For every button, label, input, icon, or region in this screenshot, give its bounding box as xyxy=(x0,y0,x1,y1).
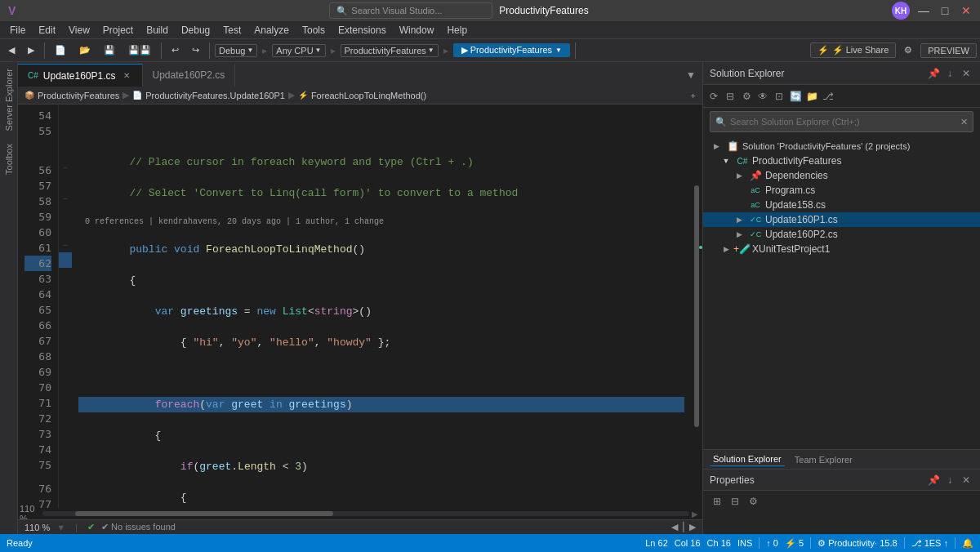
status-productivity[interactable]: ⚙ Productivity· 15.8 xyxy=(817,538,897,549)
breadcrumb-add-button[interactable]: + xyxy=(691,91,696,100)
toolbar-forward-button[interactable]: ▶ xyxy=(23,43,39,57)
liveshare-button[interactable]: ⚡ ⚡ Live Share xyxy=(810,42,897,58)
code-line: { "hi", "yo", "hello", "howdy" }; xyxy=(78,335,684,350)
platform-dropdown[interactable]: Any CPU ▼ xyxy=(272,44,325,57)
expand-icon-update158[interactable] xyxy=(733,198,746,211)
toolbar-new-button[interactable]: 📄 xyxy=(50,43,71,57)
expand-icon-project[interactable]: ▼ xyxy=(719,154,733,167)
close-button[interactable]: ✕ xyxy=(959,3,973,18)
toolbar-save-all-button[interactable]: 💾💾 xyxy=(123,43,156,57)
menu-help[interactable]: Help xyxy=(440,23,474,38)
run-button[interactable]: ▶ ProductivityFeatures ▼ xyxy=(453,43,570,57)
status-branch[interactable]: ⎇ 1ES ↑ xyxy=(911,538,948,549)
solution-search-clear[interactable]: ✕ xyxy=(960,117,968,127)
se-git-button[interactable]: ⎇ xyxy=(821,89,835,104)
tree-item-update160p1[interactable]: ▶ ✓C Update160P1.cs xyxy=(703,212,980,227)
prop-toolbar-btn-2[interactable]: ⊟ xyxy=(728,494,742,509)
tree-item-update160p2[interactable]: ▶ ✓C Update160P2.cs xyxy=(703,227,980,242)
toolbar-extra-button[interactable]: ⚙ xyxy=(899,43,917,57)
expand-icon-xunit[interactable]: ▶ xyxy=(719,243,733,256)
expand-icon-update160p1[interactable]: ▶ xyxy=(733,213,746,226)
toolbox-tab[interactable]: Toolbox xyxy=(2,137,16,181)
expand-icon-program[interactable] xyxy=(733,184,746,197)
tab-update160p1[interactable]: C# Update160P1.cs ✕ xyxy=(18,64,143,87)
restore-button[interactable]: □ xyxy=(938,3,952,18)
menu-analyze[interactable]: Analyze xyxy=(247,23,296,38)
scrollbar-track[interactable] xyxy=(691,105,702,508)
zoom-dropdown[interactable]: ▼ xyxy=(56,523,65,532)
tabs-dropdown-button[interactable]: ▼ xyxy=(679,64,702,87)
code-editor[interactable]: // Place cursor in foreach keyword and t… xyxy=(72,105,691,508)
expand-icon[interactable]: ▶ xyxy=(710,140,723,153)
h-scroll-thumb[interactable] xyxy=(75,511,334,516)
tree-item-program[interactable]: aC Program.cs xyxy=(703,183,980,198)
tree-item-update158[interactable]: aC Update158.cs xyxy=(703,198,980,212)
status-bar: Ready Ln 62 Col 16 Ch 16 INS ↑ 0 ⚡ 5 ⚙ P… xyxy=(0,534,980,552)
tab-update160p2[interactable]: Update160P2.cs xyxy=(143,64,236,87)
prop-close-button[interactable]: ✕ xyxy=(959,473,973,487)
zoom-indicator[interactable]: 110 % xyxy=(24,523,50,532)
menu-extensions[interactable]: Extensions xyxy=(332,23,393,38)
menu-edit[interactable]: Edit xyxy=(32,23,62,38)
tab-solution-explorer[interactable]: Solution Explorer xyxy=(710,452,785,466)
breadcrumb-file[interactable]: ProductivityFeatures.Update160P1 xyxy=(145,91,285,100)
prop-pin-button[interactable]: 📌 xyxy=(926,473,941,487)
se-refresh-button[interactable]: 🔄 xyxy=(788,89,803,104)
tree-item-solution[interactable]: ▶ 📋 Solution 'ProductivityFeatures' (2 p… xyxy=(703,139,980,154)
config-dropdown[interactable]: Debug ▼ xyxy=(215,44,257,57)
status-bell[interactable]: 🔔 xyxy=(962,538,973,549)
project-dropdown[interactable]: ProductivityFeatures ▼ xyxy=(341,44,439,57)
server-explorer-tab[interactable]: Server Explorer xyxy=(2,62,16,137)
h-scroll-track[interactable] xyxy=(42,511,689,516)
se-filter-button[interactable]: ⊡ xyxy=(772,89,786,104)
se-preview-button[interactable]: 👁 xyxy=(755,89,770,104)
se-show-all-button[interactable]: 📁 xyxy=(804,89,819,104)
menu-test[interactable]: Test xyxy=(216,23,247,38)
solution-search-box[interactable]: 🔍 ✕ xyxy=(710,111,973,132)
prop-toolbar-btn-1[interactable]: ⊞ xyxy=(710,494,724,509)
expand-icon-deps[interactable]: ▶ xyxy=(733,169,746,182)
breadcrumb-method-icon: ⚡ xyxy=(298,91,308,100)
breadcrumb-project[interactable]: ProductivityFeatures xyxy=(38,91,119,100)
prop-arrow-button[interactable]: ↓ xyxy=(942,473,957,487)
toolbar-back-button[interactable]: ◀ xyxy=(3,43,20,57)
toolbar-redo-button[interactable]: ↪ xyxy=(187,43,204,57)
tab-team-explorer[interactable]: Team Explorer xyxy=(791,453,856,466)
search-box[interactable]: 🔍 Search Visual Studio... xyxy=(329,2,492,19)
toolbar-save-button[interactable]: 💾 xyxy=(99,43,120,57)
platform-dropdown-arrow: ▼ xyxy=(315,47,322,54)
toolbar-undo-button[interactable]: ↩ xyxy=(167,43,184,57)
breadcrumb-method[interactable]: ForeachLoopToLinqMethod() xyxy=(311,91,426,100)
menu-tools[interactable]: Tools xyxy=(296,23,332,38)
panel-arrow-button[interactable]: ↓ xyxy=(942,66,957,81)
menu-project[interactable]: Project xyxy=(96,23,140,38)
toolbar-open-button[interactable]: 📂 xyxy=(74,43,96,57)
solution-search-input[interactable] xyxy=(730,117,957,127)
panel-close-button[interactable]: ✕ xyxy=(959,66,973,81)
tree-item-deps[interactable]: ▶ 📌 Dependencies xyxy=(703,168,980,183)
menu-window[interactable]: Window xyxy=(393,23,441,38)
menu-file[interactable]: File xyxy=(3,23,32,38)
se-collapse-button[interactable]: ⊟ xyxy=(723,89,737,104)
h-scrollbar[interactable]: 110 % ▶ xyxy=(18,508,702,519)
minimize-button[interactable]: — xyxy=(916,3,931,18)
status-errors[interactable]: ⚡ 5 xyxy=(785,538,804,549)
scroll-end[interactable]: ▶ xyxy=(689,510,701,519)
nav-indicator[interactable]: ⎮ xyxy=(681,522,686,532)
menu-debug[interactable]: Debug xyxy=(175,23,216,38)
menu-build[interactable]: Build xyxy=(140,23,175,38)
tree-item-xunit[interactable]: ▶ +🧪 XUnitTestProject1 xyxy=(703,242,980,256)
menu-view[interactable]: View xyxy=(62,23,96,38)
nav-left[interactable]: ◀ xyxy=(671,522,678,532)
nav-right[interactable]: ▶ xyxy=(689,522,696,532)
expand-icon-update160p2[interactable]: ▶ xyxy=(733,228,746,241)
prop-toolbar-btn-3[interactable]: ⚙ xyxy=(746,494,760,509)
se-sync-button[interactable]: ⟳ xyxy=(706,89,721,104)
se-properties-button[interactable]: ⚙ xyxy=(739,89,754,104)
tree-item-project[interactable]: ▼ C# ProductivityFeatures xyxy=(703,154,980,168)
tab-close-1[interactable]: ✕ xyxy=(121,70,132,82)
preview-button[interactable]: PREVIEW xyxy=(920,43,977,58)
pin-button[interactable]: 📌 xyxy=(926,66,941,81)
scrollbar-thumb[interactable] xyxy=(694,185,699,427)
right-scrollbar[interactable] xyxy=(691,105,702,508)
